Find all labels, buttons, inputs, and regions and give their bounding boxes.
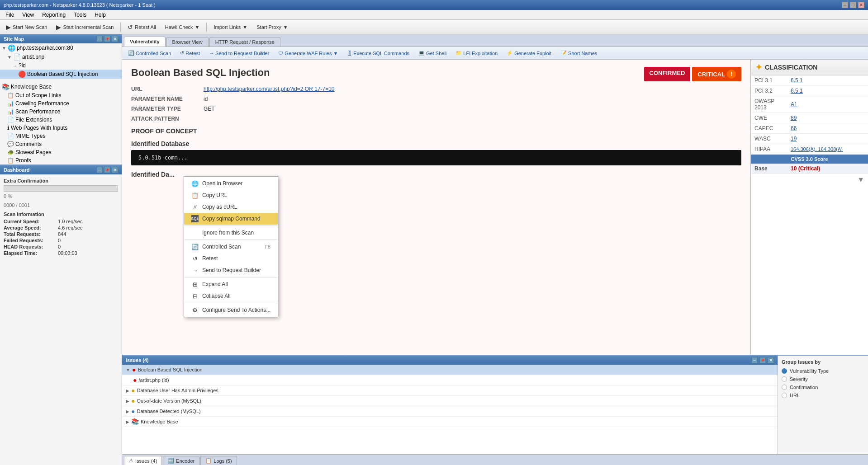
ctx-send-request-builder[interactable]: → Send to Request Builder (184, 264, 278, 276)
site-map-close[interactable]: ✕ (112, 36, 118, 42)
radio-vuln-type-label: Vulnerability Type (790, 368, 829, 374)
start-proxy-button[interactable]: Start Proxy ▼ (252, 23, 292, 32)
kb-comments[interactable]: 💬 Comments (0, 140, 122, 148)
issue-row-artist[interactable]: ● /artist.php (id) (122, 375, 778, 385)
kb-file-ext[interactable]: 📄 File Extensions (0, 116, 122, 124)
menu-help[interactable]: Help (91, 11, 109, 19)
ctx-copy-url[interactable]: 📋 Copy URL (184, 189, 278, 201)
issue-row-outdated[interactable]: ▶ ● Out-of-date Version (MySQL) (122, 396, 778, 406)
dashboard-controls: ─ 📌 ✕ (96, 167, 118, 173)
classif-link-wasc[interactable]: 19 (787, 134, 868, 144)
radio-url-dot[interactable] (782, 393, 787, 398)
import-links-button[interactable]: Import Links ▼ (209, 23, 251, 32)
bottom-tab-issues[interactable]: ⚠ Issues (4) (124, 456, 162, 465)
radio-vuln-type-dot[interactable] (782, 368, 787, 374)
tab-vulnerability[interactable]: Vulnerability (124, 37, 166, 47)
get-shell-btn[interactable]: 💻 Get Shell (414, 49, 451, 57)
bottom-tab-logs[interactable]: 📋 Logs (5) (200, 456, 237, 465)
tree-item-artist[interactable]: ▼ 📄 artist.php (0, 52, 122, 61)
main-layout: Site Map ─ 📌 ✕ ▼ 🌐 php.testsparker.com:8… (0, 34, 868, 465)
short-names-btn[interactable]: 📝 Short Names (556, 49, 601, 57)
radio-severity[interactable]: Severity (782, 376, 864, 382)
generate-exploit-btn[interactable]: ⚡ Generate Exploit (503, 49, 555, 57)
issue-row-admin[interactable]: ▶ ● Database User Has Admin Privileges (122, 385, 778, 396)
retest-btn[interactable]: ↺ Retest (176, 49, 204, 57)
retest-all-button[interactable]: ↺ Retest All (123, 22, 160, 33)
site-map-pin[interactable]: 📌 (104, 36, 110, 42)
bottom-tab-encoder[interactable]: 🔤 Encoder (163, 456, 199, 465)
ctx-collapse-all[interactable]: ⊟ Collapse All (184, 290, 278, 302)
tab-http[interactable]: HTTP Request / Response (209, 37, 280, 47)
knowledge-base-header[interactable]: 📚 Knowledge Base (0, 82, 122, 91)
issue-row-kb[interactable]: ▶ 📚 Knowledge Base (122, 417, 778, 427)
tab-browser-view[interactable]: Browser View (166, 37, 209, 47)
generate-waf-btn[interactable]: 🛡 Generate WAF Rules ▼ (274, 49, 342, 57)
radio-vuln-type[interactable]: Vulnerability Type (782, 368, 864, 374)
kb-crawling-perf[interactable]: 📊 Crawling Performance (0, 99, 122, 108)
issues-pin-btn[interactable]: 📌 (759, 357, 766, 363)
ctx-configure-send[interactable]: ⚙ Configure Send To Actions... (184, 304, 278, 316)
execute-sql-btn[interactable]: 🗄 Execute SQL Commands (343, 49, 413, 57)
ctx-retest-icon: ↺ (191, 255, 199, 262)
site-map-min[interactable]: ─ (96, 36, 103, 42)
tree-item-id[interactable]: → ?id (0, 61, 122, 70)
bottom-area: Issues (4) ─ 📌 ✕ ▼ ● Boolean Based SQL I… (122, 355, 868, 454)
classif-link-capec[interactable]: 66 (787, 123, 868, 134)
ctx-copy-sqlmap[interactable]: SQL Copy sqlmap Command (184, 213, 278, 225)
dashboard-pin[interactable]: 📌 (104, 167, 110, 173)
kb-out-of-scope[interactable]: 📋 Out of Scope Links (0, 91, 122, 99)
close-button[interactable]: ✕ (858, 2, 864, 8)
menu-view[interactable]: View (19, 11, 38, 19)
kb-mime[interactable]: 📄 MIME Types (0, 132, 122, 140)
issue-row-dbdetect[interactable]: ▶ ● Database Detected (MySQL) (122, 406, 778, 417)
vuln-url-link[interactable]: http://php.testsparker.com/artist.php?id… (204, 86, 335, 92)
dashboard-close[interactable]: ✕ (112, 167, 118, 173)
issue-expand-kb: ▶ (126, 419, 129, 424)
kb-web-inputs[interactable]: ℹ Web Pages With Inputs (0, 124, 122, 132)
send-to-request-builder-btn[interactable]: → Send to Request Builder (205, 49, 273, 57)
minimize-button[interactable]: ─ (842, 2, 848, 8)
tree-item-sqli[interactable]: 🔴 Boolean Based SQL Injection (0, 70, 122, 79)
radio-url[interactable]: URL (782, 393, 864, 398)
ctx-separator-1 (184, 225, 278, 226)
host-icon: 🌐 (8, 44, 15, 52)
issues-close-btn[interactable]: ✕ (768, 357, 774, 363)
site-map-header: Site Map ─ 📌 ✕ (0, 34, 122, 43)
issues-list: ▼ ● Boolean Based SQL Injection ● /artis… (122, 365, 778, 427)
kb-slowest[interactable]: 🐢 Slowest Pages (0, 148, 122, 156)
radio-confirmation[interactable]: Confirmation (782, 385, 864, 390)
controlled-scan-btn[interactable]: 🔄 Controlled Scan (124, 49, 175, 57)
ctx-expand-all[interactable]: ⊞ Expand All (184, 278, 278, 290)
ctx-controlled-scan[interactable]: 🔄 Controlled Scan F8 (184, 241, 278, 253)
issues-tab-icon: ⚠ (129, 458, 133, 464)
classif-link-hipaa[interactable]: 164.306(A), 164.308(A) (787, 144, 868, 155)
ctx-copy-curl[interactable]: // Copy as cURL (184, 201, 278, 213)
tree-item-host[interactable]: ▼ 🌐 php.testsparker.com:80 (0, 43, 122, 52)
dashboard-min[interactable]: ─ (96, 167, 103, 173)
classif-link-pci31[interactable]: 6.5.1 (787, 75, 868, 86)
lfi-exploitation-btn[interactable]: 📁 LFI Exploitation (451, 49, 502, 57)
scroll-down-indicator[interactable]: ▼ (751, 174, 868, 186)
start-incremental-scan-button[interactable]: ▶ Start Incremental Scan (52, 22, 118, 33)
menu-file[interactable]: File (2, 11, 18, 19)
maximize-button[interactable]: □ (850, 2, 856, 8)
classif-link-cwe[interactable]: 89 (787, 113, 868, 123)
menu-reporting[interactable]: Reporting (38, 11, 69, 19)
menu-tools[interactable]: Tools (70, 11, 90, 19)
ctx-retest[interactable]: ↺ Retest (184, 253, 278, 264)
classif-table: PCI 3.1 6.5.1 PCI 3.2 6.5.1 OWASP 2013 A… (751, 75, 868, 155)
kb-scan-perf[interactable]: 📊 Scan Performance (0, 108, 122, 116)
classif-link-owasp[interactable]: A1 (787, 96, 868, 113)
hawk-check-button[interactable]: Hawk Check ▼ (161, 23, 204, 32)
kb-proofs[interactable]: 📋 Proofs (0, 156, 122, 164)
issues-min-btn[interactable]: ─ (751, 357, 758, 363)
classif-link-pci32[interactable]: 6.5.1 (787, 86, 868, 96)
issue-row-sqli[interactable]: ▼ ● Boolean Based SQL Injection (122, 365, 778, 375)
ctx-open-browser[interactable]: 🌐 Open in Browser (184, 178, 278, 189)
radio-severity-dot[interactable] (782, 376, 787, 382)
scan-info-head: HEAD Requests: 0 (4, 244, 118, 249)
radio-confirmation-dot[interactable] (782, 385, 787, 390)
start-new-scan-button[interactable]: ▶ Start New Scan (2, 22, 51, 33)
ctx-ignore-scan[interactable]: Ignore from this Scan (184, 227, 278, 239)
crawl-icon: 📊 (7, 100, 14, 107)
